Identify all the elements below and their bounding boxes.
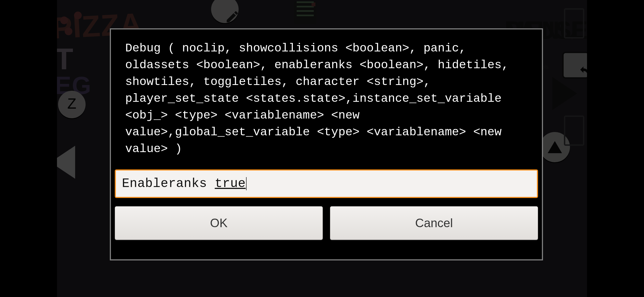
dialog-message: Debug ( noclip, showcollisions <boolean>… (111, 29, 542, 160)
left-arrow-icon[interactable] (57, 146, 75, 179)
side-panel-slot-1 (564, 8, 584, 38)
command-input-underlined: true (215, 177, 245, 191)
up-arrow-icon (548, 141, 562, 153)
command-input-wrap: Enableranks true (115, 169, 538, 198)
notes-icon (294, 1, 316, 24)
text-caret (246, 177, 247, 190)
back-button[interactable] (562, 52, 587, 79)
debug-input-dialog: Debug ( noclip, showcollisions <boolean>… (110, 28, 543, 260)
command-input[interactable]: Enableranks true (116, 170, 537, 197)
screen-root: PIZZA T EG Z PAUSE MENU (0, 0, 644, 297)
z-button-label: Z (67, 96, 77, 113)
side-panel-slot-2 (564, 116, 584, 146)
cancel-button[interactable]: Cancel (330, 206, 538, 240)
ok-button[interactable]: OK (115, 206, 323, 240)
z-button[interactable]: Z (58, 91, 86, 118)
dialog-button-row: OK Cancel (111, 198, 542, 245)
notes-button[interactable] (291, 0, 319, 26)
command-input-prefix: Enableranks (122, 177, 215, 191)
right-arrow-icon[interactable] (552, 77, 577, 110)
edit-button[interactable] (211, 0, 239, 23)
